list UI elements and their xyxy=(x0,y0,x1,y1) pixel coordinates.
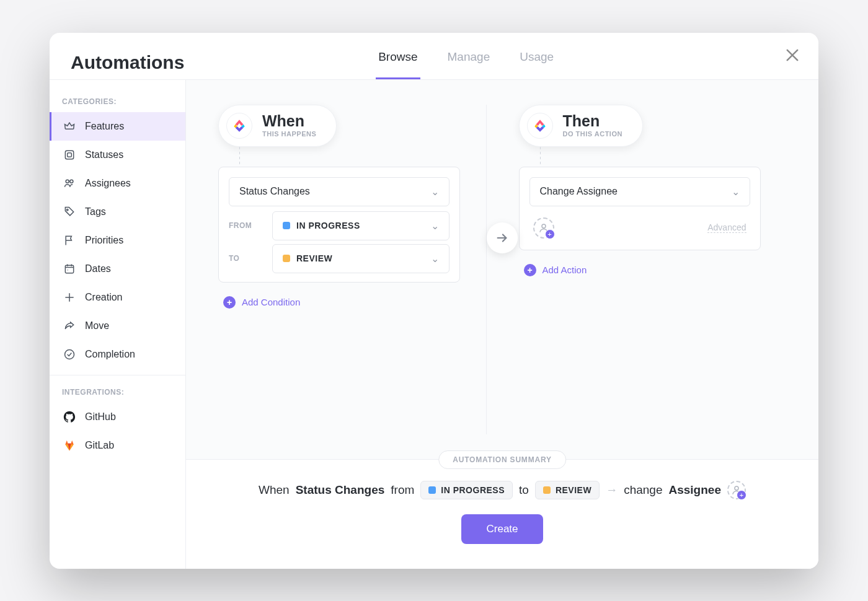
modal-header: Automations Browse Manage Usage xyxy=(50,33,818,80)
app-logo-icon xyxy=(527,113,553,139)
sidebar-item-features[interactable]: Features xyxy=(50,112,185,141)
arrow-right-icon xyxy=(495,231,509,245)
connector-line xyxy=(540,147,541,167)
svg-rect-0 xyxy=(65,151,73,159)
summary-assignee: Assignee xyxy=(668,483,720,497)
when-column: When THIS HAPPENS Status Changes ⌄ FROM xyxy=(218,105,486,434)
summary-to: to xyxy=(519,483,529,497)
sidebar-item-tags[interactable]: Tags xyxy=(50,198,185,226)
then-column: Then DO THIS ACTION Change Assignee ⌄ xyxy=(487,105,787,434)
when-card: Status Changes ⌄ FROM IN PROGRESS ⌄ TO xyxy=(218,167,460,283)
summary-from-chip: IN PROGRESS xyxy=(420,481,513,499)
arrow-right-icon: → xyxy=(606,483,618,497)
add-condition-button[interactable]: + Add Condition xyxy=(223,296,300,309)
github-icon xyxy=(63,410,76,424)
chevron-down-icon: ⌄ xyxy=(732,186,740,198)
add-action-button[interactable]: + Add Action xyxy=(524,264,587,276)
sidebar-item-label: Creation xyxy=(85,292,122,303)
svg-point-4 xyxy=(66,209,68,211)
summary-to-chip: REVIEW xyxy=(535,481,600,499)
plus-circle-icon: + xyxy=(223,296,236,309)
crown-icon xyxy=(63,120,76,133)
plus-badge-icon: + xyxy=(545,229,555,239)
flag-icon xyxy=(63,234,76,247)
status-color-dot xyxy=(428,486,436,494)
advanced-link[interactable]: Advanced xyxy=(707,222,746,233)
tab-manage[interactable]: Manage xyxy=(445,46,493,79)
sidebar-item-creation[interactable]: Creation xyxy=(50,283,185,312)
calendar-icon xyxy=(63,262,76,276)
add-condition-label: Add Condition xyxy=(242,297,300,307)
summary-when: When xyxy=(259,483,290,497)
sidebar-item-label: Tags xyxy=(85,206,106,217)
people-icon xyxy=(63,177,76,190)
then-card: Change Assignee ⌄ + Advanced xyxy=(519,167,761,250)
sidebar-item-dates[interactable]: Dates xyxy=(50,255,185,283)
status-color-dot xyxy=(283,222,290,229)
from-status-select[interactable]: IN PROGRESS ⌄ xyxy=(272,211,450,240)
from-status-value: IN PROGRESS xyxy=(296,221,360,230)
to-status-select[interactable]: REVIEW ⌄ xyxy=(272,244,450,273)
action-select[interactable]: Change Assignee ⌄ xyxy=(529,177,750,206)
sidebar-item-label: Statuses xyxy=(85,149,123,160)
sidebar-item-label: Assignees xyxy=(85,178,131,189)
status-color-dot xyxy=(283,255,290,262)
assignee-row: + Advanced xyxy=(525,211,755,245)
chevron-down-icon: ⌄ xyxy=(431,220,439,232)
then-subtitle: DO THIS ACTION xyxy=(563,130,622,138)
sidebar-item-move[interactable]: Move xyxy=(50,312,185,340)
sidebar-item-label: GitLab xyxy=(85,440,114,451)
plus-icon xyxy=(63,291,76,304)
check-circle-icon xyxy=(63,348,76,361)
sidebar-item-label: Completion xyxy=(85,349,135,360)
from-label: FROM xyxy=(229,221,272,230)
trigger-label: Status Changes xyxy=(239,186,310,197)
svg-point-3 xyxy=(70,180,73,183)
tab-browse[interactable]: Browse xyxy=(376,46,420,79)
to-row: TO REVIEW ⌄ xyxy=(229,244,450,273)
sidebar-item-priorities[interactable]: Priorities xyxy=(50,226,185,255)
svg-point-7 xyxy=(542,224,546,228)
to-status-value: REVIEW xyxy=(296,253,332,263)
builder-area: When THIS HAPPENS Status Changes ⌄ FROM xyxy=(186,80,818,459)
plus-circle-icon: + xyxy=(524,264,536,276)
when-subtitle: THIS HAPPENS xyxy=(262,130,316,138)
automations-modal: Automations Browse Manage Usage CATEGORI… xyxy=(50,33,818,569)
connector-line xyxy=(239,147,240,167)
from-row: FROM IN PROGRESS ⌄ xyxy=(229,211,450,240)
summary-to-status: REVIEW xyxy=(556,485,591,495)
svg-rect-5 xyxy=(65,265,73,273)
chevron-down-icon: ⌄ xyxy=(431,253,439,265)
sidebar-item-completion[interactable]: Completion xyxy=(50,340,185,369)
when-title: When xyxy=(262,113,316,129)
sidebar-item-assignees[interactable]: Assignees xyxy=(50,169,185,198)
summary-change: change xyxy=(624,483,662,497)
summary-heading: AUTOMATION SUMMARY xyxy=(438,450,566,469)
status-color-dot xyxy=(543,486,551,494)
add-action-label: Add Action xyxy=(542,265,587,275)
summary-assignee-avatar[interactable]: + xyxy=(727,481,746,499)
sidebar-item-label: Move xyxy=(85,320,109,331)
tag-icon xyxy=(63,205,76,219)
sidebar-item-github[interactable]: GitHub xyxy=(50,403,185,431)
summary-sentence: When Status Changes from IN PROGRESS to … xyxy=(211,481,794,499)
sidebar-item-statuses[interactable]: Statuses xyxy=(50,141,185,169)
sidebar: CATEGORIES: Features Statuses Assignees … xyxy=(50,80,186,569)
trigger-select[interactable]: Status Changes ⌄ xyxy=(229,177,450,206)
svg-point-8 xyxy=(735,486,738,490)
summary-panel: AUTOMATION SUMMARY When Status Changes f… xyxy=(186,459,818,569)
summary-from-status: IN PROGRESS xyxy=(441,485,505,495)
sidebar-item-gitlab[interactable]: GitLab xyxy=(50,431,185,460)
sidebar-item-label: GitHub xyxy=(85,411,116,423)
to-label: TO xyxy=(229,254,272,263)
close-button[interactable] xyxy=(784,46,801,64)
svg-rect-1 xyxy=(68,152,72,157)
modal-body: CATEGORIES: Features Statuses Assignees … xyxy=(50,80,818,569)
create-button[interactable]: Create xyxy=(461,514,542,544)
summary-from: from xyxy=(391,483,414,497)
arrow-indicator xyxy=(487,222,518,253)
tab-usage[interactable]: Usage xyxy=(517,46,556,79)
add-assignee-avatar[interactable]: + xyxy=(533,217,554,239)
then-header: Then DO THIS ACTION xyxy=(519,105,643,147)
sidebar-item-label: Priorities xyxy=(85,235,123,246)
